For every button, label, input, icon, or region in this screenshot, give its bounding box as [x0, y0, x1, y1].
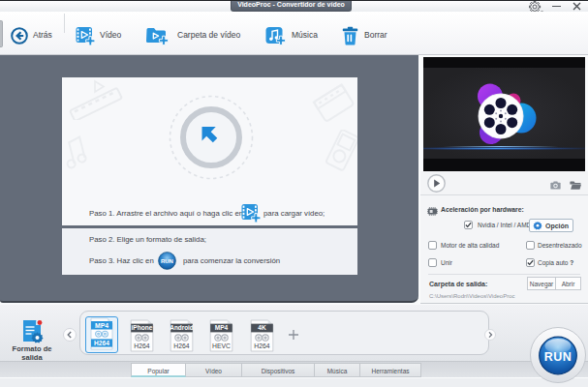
svg-text:RUN: RUN: [544, 350, 573, 364]
svg-text:H264: H264: [94, 340, 109, 346]
svg-text:Android: Android: [170, 324, 194, 331]
svg-text:RUN: RUN: [161, 258, 173, 264]
svg-text:4K: 4K: [258, 324, 266, 331]
svg-text:H264: H264: [254, 342, 269, 349]
svg-text:H264: H264: [134, 342, 149, 349]
svg-text:iPhone: iPhone: [132, 324, 153, 331]
svg-text:H264: H264: [173, 342, 189, 349]
svg-text:MP4: MP4: [215, 324, 229, 331]
svg-text:HEVC: HEVC: [212, 342, 231, 349]
svg-text:MP4: MP4: [95, 322, 108, 329]
